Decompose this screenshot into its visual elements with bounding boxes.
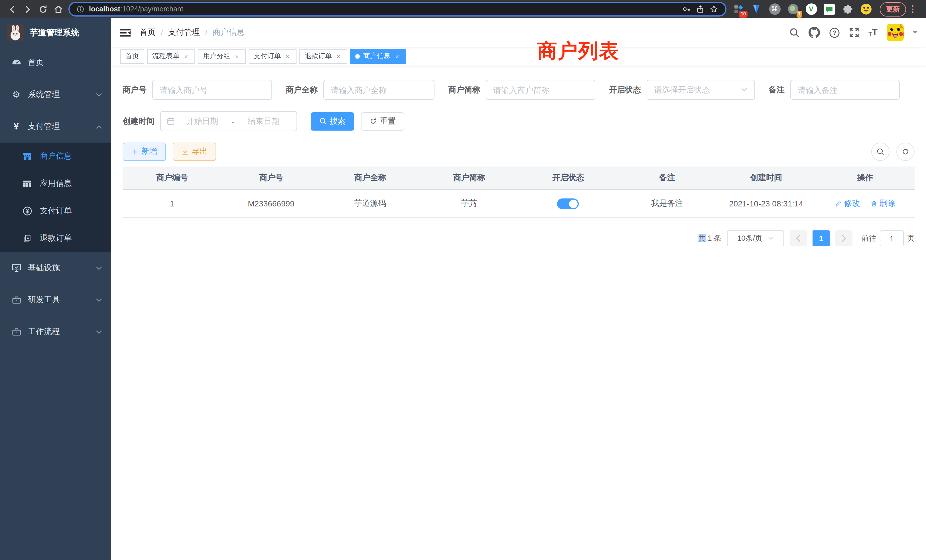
sidebar-item-label: 研发工具 — [28, 295, 60, 305]
extension-command-icon[interactable]: ⌘ — [769, 3, 781, 15]
grid-icon — [22, 179, 32, 188]
add-button[interactable]: 新增 — [123, 142, 166, 161]
start-date-placeholder: 开始日期 — [175, 116, 229, 126]
collapse-sidebar-icon[interactable] — [120, 27, 130, 38]
sidebar-item-dev-tools[interactable]: 研发工具 — [0, 284, 111, 316]
close-icon[interactable]: × — [393, 53, 401, 60]
sidebar-item-label: 工作流程 — [28, 327, 60, 337]
cell-merchant-no: M233666999 — [221, 199, 321, 208]
merchant-short-input[interactable] — [486, 80, 595, 100]
refresh-table-button[interactable] — [896, 142, 915, 161]
merchant-name-input[interactable] — [323, 80, 434, 100]
close-icon[interactable]: × — [233, 53, 241, 60]
close-icon[interactable]: × — [183, 53, 190, 60]
cell-status — [519, 198, 617, 209]
password-key-icon[interactable] — [682, 5, 691, 14]
trash-icon — [870, 200, 878, 207]
breadcrumb-separator: / — [205, 28, 207, 37]
extension-mosaic-icon[interactable]: 10 — [732, 3, 744, 15]
cell-full-name: 芋道源码 — [321, 198, 420, 209]
status-switch[interactable] — [557, 198, 579, 209]
chevron-down-icon — [96, 298, 102, 302]
export-button[interactable]: 导出 — [173, 142, 216, 161]
tab-process-form[interactable]: 流程表单× — [147, 49, 195, 64]
sidebar-item-pay[interactable]: ¥ 支付管理 — [0, 110, 111, 142]
extension-vue-icon[interactable]: V — [805, 3, 817, 15]
profile-emoji-icon[interactable] — [860, 3, 872, 15]
edit-link[interactable]: 修改 — [835, 198, 860, 209]
download-icon — [181, 148, 189, 155]
yen-circle-icon — [22, 206, 32, 216]
extension-chat-icon[interactable] — [823, 3, 835, 15]
sidebar-item-refund-order[interactable]: 退款订单 — [0, 225, 111, 252]
next-page-button[interactable] — [835, 230, 852, 246]
close-icon[interactable]: × — [284, 53, 291, 60]
yen-icon: ¥ — [11, 122, 22, 131]
prev-page-button[interactable] — [790, 230, 807, 246]
column-header: 商户简称 — [420, 173, 519, 183]
merchant-no-input[interactable] — [152, 80, 272, 100]
status-select[interactable]: 请选择开启状态 — [647, 80, 755, 100]
calendar-icon — [166, 117, 175, 126]
browser-reload-button[interactable] — [38, 4, 48, 14]
close-icon[interactable]: × — [335, 53, 342, 60]
end-date-placeholder: 结束日期 — [237, 116, 291, 126]
top-navbar: 首页 / 支付管理 / 商户信息 ? — [111, 18, 926, 47]
font-size-icon[interactable]: TT — [869, 28, 878, 37]
breadcrumb-separator: / — [161, 28, 163, 37]
extensions-puzzle-icon[interactable] — [841, 3, 853, 15]
extension-status-icon[interactable]: 1 — [787, 3, 799, 15]
document-copy-icon — [22, 233, 32, 243]
tab-user-group[interactable]: 用户分组× — [198, 49, 246, 64]
extension-badge: 10 — [739, 11, 747, 17]
browser-forward-button[interactable] — [23, 4, 32, 14]
date-separator: - — [229, 117, 236, 126]
remark-input[interactable] — [790, 80, 900, 100]
cell-remark: 我是备注 — [617, 198, 716, 209]
search-icon[interactable] — [789, 27, 799, 38]
browser-home-button[interactable] — [54, 4, 63, 14]
github-icon[interactable] — [808, 27, 820, 38]
tab-merchant-info[interactable]: 商户信息× — [350, 49, 406, 64]
sidebar-item-system[interactable]: ⚙ 系统管理 — [0, 79, 111, 110]
help-icon[interactable]: ? — [829, 27, 840, 38]
bookmark-star-icon[interactable] — [709, 5, 719, 14]
sidebar-item-workflow[interactable]: 工作流程 — [0, 316, 111, 348]
sidebar-item-home[interactable]: 首页 — [0, 47, 111, 79]
user-avatar[interactable] — [887, 24, 904, 41]
delete-link[interactable]: 删除 — [870, 198, 895, 209]
sidebar-item-app-info[interactable]: 应用信息 — [0, 170, 111, 197]
merchant-name-label: 商户全称 — [286, 85, 318, 95]
goto-page-input[interactable] — [880, 230, 904, 246]
sidebar-item-infra[interactable]: 基础设施 — [0, 252, 111, 284]
sidebar-item-merchant-info[interactable]: 商户信息 — [0, 142, 111, 170]
fullscreen-icon[interactable] — [849, 27, 859, 38]
reset-button[interactable]: 重置 — [361, 112, 404, 130]
sidebar-item-pay-order[interactable]: 支付订单 — [0, 197, 111, 225]
browser-toolbar: localhost:1024/pay/merchant 10 ⌘ — [0, 0, 926, 18]
tab-home[interactable]: 首页 — [120, 49, 144, 64]
browser-menu-icon[interactable] — [912, 5, 914, 13]
hide-search-button[interactable] — [871, 142, 890, 161]
chevron-down-icon — [96, 330, 102, 334]
user-menu-caret-icon[interactable] — [913, 31, 917, 36]
extension-gem-icon[interactable] — [750, 3, 763, 15]
browser-back-button[interactable] — [8, 4, 17, 14]
url-host: localhost — [89, 5, 120, 13]
browser-update-button[interactable]: 更新 — [880, 2, 906, 16]
site-info-icon[interactable] — [76, 5, 85, 13]
search-button[interactable]: 搜索 — [311, 112, 354, 130]
breadcrumb-home[interactable]: 首页 — [140, 27, 156, 38]
page-size-select[interactable]: 10条/页 — [727, 230, 784, 246]
browser-extensions: 10 ⌘ 1 V — [732, 3, 872, 15]
tab-refund-order[interactable]: 退款订单× — [300, 49, 347, 64]
page-number-button[interactable]: 1 — [813, 230, 830, 246]
breadcrumb-pay[interactable]: 支付管理 — [168, 27, 200, 38]
tab-pay-order[interactable]: 支付订单× — [249, 49, 297, 64]
share-icon[interactable] — [696, 5, 705, 14]
search-form-row-1: 商户号 商户全称 商户简称 开启状态 请选择开启状态 — [123, 80, 915, 100]
url-bar[interactable]: localhost:1024/pay/merchant — [70, 3, 725, 15]
column-header: 备注 — [617, 173, 716, 183]
create-time-label: 创建时间 — [123, 116, 154, 126]
create-time-range-picker[interactable]: 开始日期 - 结束日期 — [160, 111, 297, 131]
